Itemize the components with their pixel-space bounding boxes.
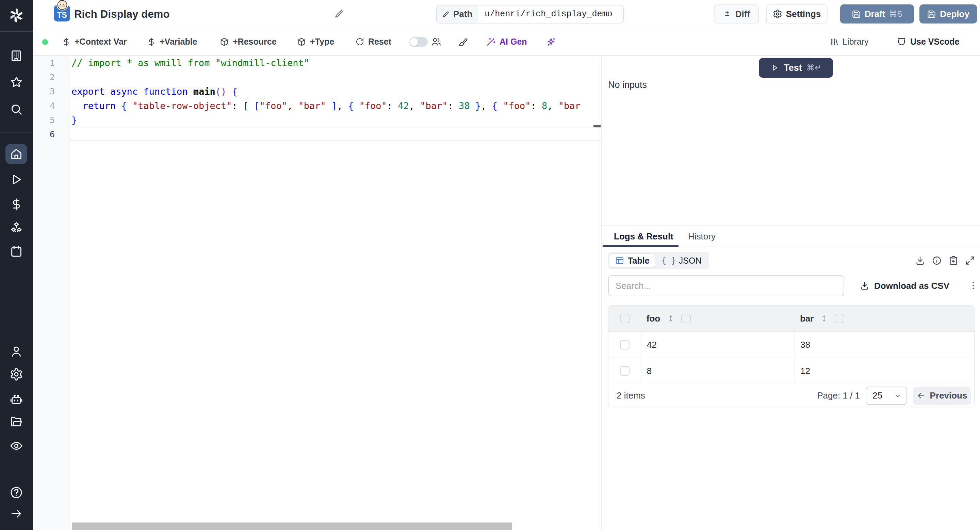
copy-to-clipboard-icon[interactable] [948,255,959,266]
collaborators-button[interactable] [431,28,441,55]
page-size-select[interactable]: 25 [865,386,907,405]
cell-bar: 12 [795,358,974,384]
save-icon [852,10,861,19]
sidebar-divider [0,132,33,132]
active-tab-underline [603,245,679,247]
sort-icon[interactable] [666,314,675,323]
diff-icon [723,10,732,18]
line-number-gutter: 123456 [33,56,70,530]
sidebar-item-eye-icon[interactable] [5,436,27,456]
result-actions [915,255,975,266]
reset-icon [355,37,364,46]
table-icon [615,256,624,265]
vscode-icon [897,37,907,47]
view-json-button[interactable]: { } JSON [655,256,708,266]
table-row[interactable]: 812 [608,358,974,384]
bun-runtime-icon [56,0,68,11]
deploy-button[interactable]: Deploy [920,5,977,24]
add-resource-button[interactable]: +Resource [220,28,277,55]
sidebar-item-user-icon[interactable] [5,342,27,361]
dollar-icon [62,37,71,46]
package-icon [220,37,229,47]
line-number: 6 [33,128,70,142]
code-line[interactable]: return { "table-row-object": [ ["foo", "… [72,99,581,113]
kebab-menu-icon[interactable] [968,280,978,291]
sidebar-item-help-icon[interactable] [5,483,27,503]
multiplayer-toggle[interactable] [409,37,428,47]
sidebar-item-building-icon[interactable] [5,46,27,66]
table-controls: Download as CSV [608,275,974,296]
sidebar-item-folder-icon[interactable] [5,412,27,431]
row-checkbox[interactable] [620,340,630,350]
no-inputs-text: No inputs [608,80,647,90]
code-line[interactable]: } [72,113,77,128]
reset-button[interactable]: Reset [355,28,391,55]
sort-icon[interactable] [820,314,829,323]
row-checkbox[interactable] [620,366,630,376]
ai-gen-button[interactable]: AI Gen [485,28,527,55]
library-button[interactable]: Library [829,28,869,55]
path-value[interactable]: u/henri/rich_display_demo [479,5,618,23]
column-header-bar[interactable]: bar [795,313,974,324]
chevron-down-icon [894,392,902,400]
add-type-button[interactable]: +Type [297,28,334,55]
previous-page-button[interactable]: Previous [913,386,971,405]
cell-foo: 8 [641,358,795,384]
diff-button[interactable]: Diff [714,5,759,24]
sidebar-item-star-icon[interactable] [5,72,27,92]
line-number: 5 [33,113,70,128]
paintbrush-icon [458,37,468,47]
page-title: Rich Display demo [74,0,170,28]
sidebar-item-gear-icon[interactable] [5,364,27,384]
sidebar-item-search-icon[interactable] [5,99,27,119]
cell-bar: 38 [795,332,974,358]
editor-toolbar: +Context Var +Variable +Resource +Type R… [33,28,980,56]
expand-icon[interactable] [965,255,975,266]
package-icon [297,37,306,47]
sidebar-item-dollar-icon[interactable] [5,195,27,214]
use-vscode-button[interactable]: Use VScode [897,28,959,55]
table-header-row: foobar [608,305,974,331]
code-line[interactable]: export async function main() { [72,85,237,99]
format-code-button[interactable] [458,28,468,55]
arrow-left-icon [917,391,926,400]
users-icon [431,37,441,47]
column-checkbox[interactable] [681,314,691,323]
cell-foo: 42 [641,332,795,358]
tab-history[interactable]: History [688,225,716,247]
top-header-bar: TS Rich Display demo Path u/henri/rich_d… [33,0,980,28]
draft-shortcut: ⌘S [889,9,902,19]
select-all-checkbox[interactable] [620,314,630,323]
download-csv-button[interactable]: Download as CSV [860,275,950,296]
test-run-button[interactable]: Test ⌘↵ [759,58,833,78]
sidebar-item-play-icon[interactable] [5,170,27,189]
braces-icon: { } [661,256,676,265]
line-number: 3 [33,85,70,99]
sidebar-item-home-icon[interactable] [5,144,27,164]
column-header-foo[interactable]: foo [641,313,795,324]
tab-logs-and-result[interactable]: Logs & Result [614,225,673,247]
sidebar-item-arrow-right-icon[interactable] [5,504,27,524]
column-checkbox[interactable] [835,314,844,323]
view-table-button[interactable]: Table [609,254,655,268]
download-result-icon[interactable] [915,255,925,266]
sidebar-divider [0,31,33,32]
edit-title-pencil-icon[interactable] [334,9,344,19]
code-line[interactable]: // import * as wmill from "windmill-clie… [72,56,309,70]
windmill-logo[interactable] [8,6,25,24]
table-row[interactable]: 4238 [608,331,974,358]
toggle-knob [410,38,418,46]
settings-button[interactable]: Settings [766,5,827,24]
sidebar-item-calendar-icon[interactable] [5,241,27,261]
add-variable-button[interactable]: +Variable [147,28,197,55]
draft-button[interactable]: Draft ⌘S [840,5,914,24]
info-icon[interactable] [932,255,942,266]
code-editor[interactable]: 123456 // import * as wmill from "windmi… [33,56,601,530]
add-context-var-button[interactable]: +Context Var [62,28,127,55]
horizontal-scrollbar[interactable] [72,522,512,530]
path-field[interactable]: Path u/henri/rich_display_demo [436,5,624,24]
sidebar-item-boxes-icon[interactable] [5,218,27,238]
sidebar-item-bot-icon[interactable] [5,390,27,409]
ai-sparkles-button[interactable] [546,28,556,55]
search-input[interactable] [608,275,844,296]
